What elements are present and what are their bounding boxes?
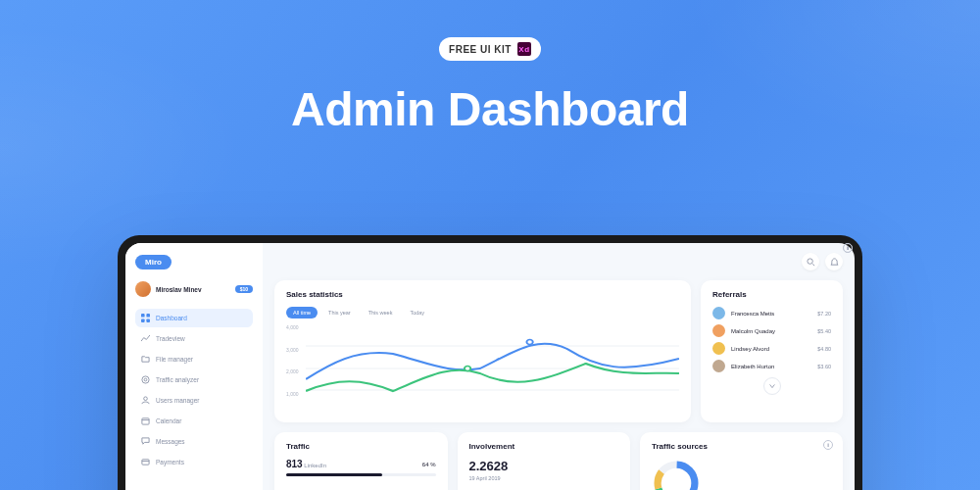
referral-item[interactable]: Lindsey Alvord $4.80 (712, 342, 831, 355)
sidebar-item-users[interactable]: Users manager (135, 391, 253, 410)
card-title: Traffic (286, 442, 436, 451)
search-button[interactable] (802, 253, 819, 270)
involvement-date: 19 April 2019 (469, 475, 619, 481)
sidebar: Miro Miroslav Minev $10 Dashboard Tradev… (125, 243, 263, 490)
traffic-card: i Traffic 813 LinkedIn 64 % (274, 432, 448, 490)
svg-point-14 (465, 367, 470, 371)
main-content: Sales statistics All time This year This… (263, 243, 855, 490)
card-title: Involvement (469, 442, 619, 451)
tab-today[interactable]: Today (403, 307, 431, 318)
sidebar-item-payments[interactable]: Payments (135, 453, 253, 471)
donut-chart (652, 459, 701, 490)
notifications-button[interactable] (825, 253, 843, 270)
card-title: Traffic sources (652, 442, 831, 451)
target-icon (141, 375, 150, 384)
svg-rect-8 (142, 460, 149, 465)
avatar (712, 360, 725, 372)
sidebar-item-label: Tradeview (156, 335, 185, 342)
sidebar-item-filemanager[interactable]: File manager (135, 350, 253, 368)
sidebar-item-label: Users manager (156, 397, 199, 404)
referral-name: Malcolm Quaday (731, 328, 811, 334)
chart-icon (141, 334, 150, 343)
referral-name: Lindsey Alvord (731, 346, 811, 352)
svg-point-9 (807, 258, 811, 263)
xd-icon: Xd (517, 42, 531, 56)
folder-icon (141, 355, 150, 364)
chevron-down-icon (768, 382, 776, 390)
sales-statistics-card: Sales statistics All time This year This… (274, 280, 691, 422)
info-icon[interactable]: i (823, 440, 833, 450)
svg-point-4 (142, 376, 149, 383)
referral-value: $4.80 (817, 346, 831, 352)
chat-icon (141, 437, 150, 446)
info-icon[interactable]: i (843, 243, 853, 253)
calendar-icon (141, 416, 150, 425)
referral-value: $7.20 (817, 311, 831, 317)
sales-chart: 4,000 3,000 2,000 1,000 (286, 324, 679, 413)
svg-point-13 (526, 340, 532, 345)
avatar (712, 324, 725, 337)
svg-rect-1 (146, 314, 150, 318)
sidebar-item-calendar[interactable]: Calendar (135, 412, 253, 430)
involvement-card: i Involvement 2.2628 19 April 2019 (458, 432, 631, 490)
brand-logo[interactable]: Miro (135, 255, 172, 270)
avatar (135, 281, 151, 297)
svg-rect-0 (141, 314, 145, 318)
sidebar-item-label: Payments (156, 459, 184, 466)
sidebar-item-label: Calendar (156, 417, 181, 424)
user-profile[interactable]: Miroslav Minev $10 (135, 281, 253, 297)
sidebar-item-tradeview[interactable]: Tradeview (135, 329, 253, 348)
svg-rect-3 (146, 318, 150, 322)
y-label: 3,000 (286, 347, 299, 369)
badge-text: FREE UI KIT (449, 44, 512, 55)
referrals-card: Referrals Francesca Metts $7.20 Malcolm … (701, 280, 843, 422)
sidebar-item-traffic[interactable]: Traffic analyzer (135, 370, 253, 389)
bell-icon (830, 258, 839, 267)
tab-alltime[interactable]: All time (286, 307, 318, 318)
traffic-percent: 64 % (422, 462, 436, 467)
referral-item[interactable]: Elizabeth Hurton $3.60 (712, 360, 831, 372)
device-frame: Miro Miroslav Minev $10 Dashboard Tradev… (118, 235, 862, 490)
time-range-tabs: All time This year This week Today (286, 307, 679, 318)
card-icon (141, 458, 150, 466)
user-balance-badge: $10 (235, 285, 253, 293)
svg-rect-7 (142, 418, 149, 424)
referral-name: Elizabeth Hurton (731, 364, 811, 369)
involvement-value: 2.2628 (469, 459, 619, 473)
card-title: Sales statistics (286, 290, 679, 299)
free-kit-badge: FREE UI KIT Xd (439, 37, 541, 61)
app-screen: Miro Miroslav Minev $10 Dashboard Tradev… (125, 243, 855, 490)
y-label: 2,000 (286, 368, 299, 391)
avatar (712, 342, 725, 355)
traffic-sources-card: i Traffic sources (640, 432, 843, 490)
referral-value: $3.60 (817, 364, 831, 369)
referral-item[interactable]: Malcolm Quaday $5.40 (712, 324, 831, 337)
user-icon (141, 396, 150, 405)
grid-icon (141, 314, 150, 322)
tab-thisweek[interactable]: This week (362, 307, 400, 318)
tab-thisyear[interactable]: This year (321, 307, 358, 318)
sidebar-item-dashboard[interactable]: Dashboard (135, 309, 253, 327)
sidebar-item-label: Traffic analyzer (156, 376, 199, 383)
referral-item[interactable]: Francesca Metts $7.20 (712, 307, 831, 319)
y-axis-labels: 4,000 3,000 2,000 1,000 (286, 324, 299, 413)
hero-title: Admin Dashboard (0, 82, 980, 136)
traffic-value: 813 (286, 459, 303, 469)
referral-name: Francesca Metts (731, 311, 811, 317)
sidebar-item-label: Dashboard (156, 315, 187, 321)
y-label: 1,000 (286, 391, 299, 414)
traffic-source-label: LinkedIn (304, 463, 326, 468)
svg-point-6 (144, 397, 148, 401)
progress-bar (286, 473, 436, 476)
show-more-button[interactable] (763, 377, 781, 395)
user-name: Miroslav Minev (156, 286, 230, 293)
card-title: Referrals (712, 290, 831, 299)
svg-rect-2 (141, 318, 145, 322)
sidebar-item-label: File manager (156, 356, 193, 363)
sidebar-item-messages[interactable]: Messages (135, 432, 253, 451)
search-icon (807, 258, 815, 267)
referral-value: $5.40 (817, 328, 831, 334)
svg-point-5 (144, 378, 147, 381)
avatar (712, 307, 725, 319)
sidebar-item-label: Messages (156, 438, 185, 445)
